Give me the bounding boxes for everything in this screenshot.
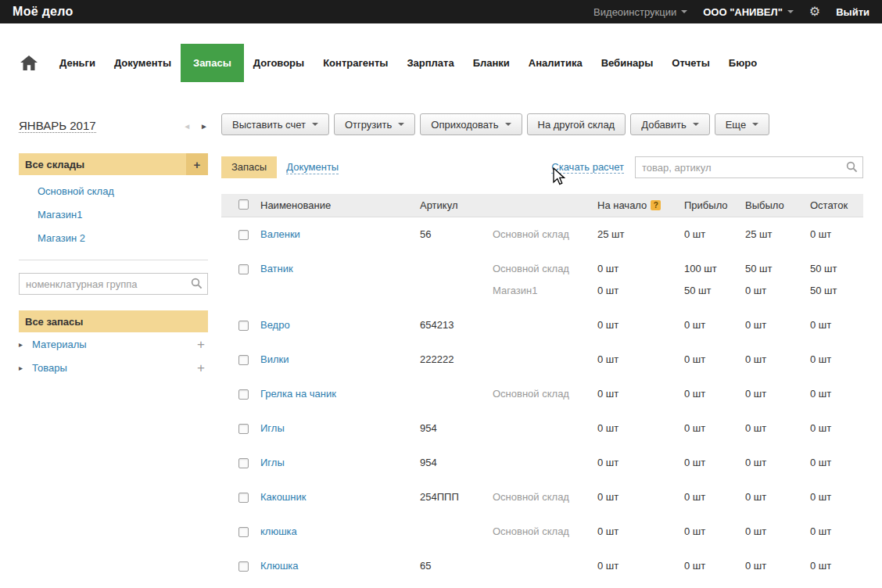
table-row: Ведро6542130 шт0 шт0 шт0 шт (221, 308, 863, 342)
group-add-icon[interactable]: + (197, 338, 208, 351)
nav-item-0[interactable]: Деньги (50, 44, 105, 82)
group-search (19, 273, 208, 295)
all-stocks-header[interactable]: Все запасы (19, 310, 208, 332)
toolbar-button-0[interactable]: Выставить счет (221, 113, 329, 135)
article-value: 222222 (420, 353, 454, 365)
warehouse-name: Магазин1 (493, 280, 597, 302)
download-calculation-link[interactable]: Скачать расчет (551, 161, 624, 174)
product-link[interactable]: Вилки (260, 353, 289, 365)
row-checkbox[interactable] (238, 527, 249, 537)
warehouse-item[interactable]: Магазин1 (38, 203, 221, 227)
company-menu[interactable]: ООО "АНИВЕЛ" (703, 6, 794, 18)
row-checkbox[interactable] (238, 355, 249, 365)
group-search-input[interactable] (19, 273, 208, 295)
out-value: 0 шт (745, 349, 810, 371)
group-row: ▸Товары+ (19, 356, 208, 379)
gear-icon[interactable]: ⚙ (809, 5, 820, 18)
out-value: 0 шт (745, 383, 810, 405)
product-link[interactable]: клюшка (260, 525, 297, 537)
row-checkbox[interactable] (238, 389, 249, 400)
nav-item-6[interactable]: Бланки (464, 44, 519, 82)
nav-item-3[interactable]: Договоры (244, 44, 314, 82)
article-value: 954 (420, 457, 437, 468)
product-link[interactable]: Иглы (260, 422, 285, 434)
row-checkbox[interactable] (238, 458, 249, 468)
row-checkbox[interactable] (238, 230, 249, 240)
nav-item-10[interactable]: Бюро (719, 44, 766, 82)
period-selector[interactable]: ЯНВАРЬ 2017 (19, 119, 96, 133)
nav-item-5[interactable]: Зарплата (397, 44, 463, 82)
product-search-input[interactable] (635, 156, 863, 178)
row-checkbox[interactable] (238, 321, 249, 331)
product-link[interactable]: Валенки (260, 228, 300, 240)
col-header-start[interactable]: На начало ? (597, 199, 684, 211)
start-value: 0 шт (597, 418, 684, 439)
nav-item-9[interactable]: Отчеты (662, 44, 719, 82)
help-badge[interactable]: ? (651, 200, 661, 210)
select-all-checkbox[interactable] (238, 199, 249, 210)
expand-triangle-icon[interactable]: ▸ (19, 364, 32, 372)
col-header-in[interactable]: Прибыло (684, 199, 745, 211)
nav-item-4[interactable]: Контрагенты (314, 44, 397, 82)
nav-item-7[interactable]: Аналитика (519, 44, 592, 82)
row-checkbox[interactable] (238, 264, 249, 274)
app-logo[interactable]: Моё дело (13, 5, 74, 19)
group-link[interactable]: Товары (32, 362, 197, 374)
row-checkbox[interactable] (238, 424, 249, 434)
toolbar-button-3[interactable]: На другой склад (527, 113, 626, 135)
rest-value: 0 шт (810, 555, 863, 577)
nav-item-2[interactable]: Запасы (181, 44, 244, 82)
chevron-down-icon (681, 10, 687, 13)
toolbar-button-1[interactable]: Отгрузить (334, 113, 415, 135)
warehouse-name (493, 349, 597, 371)
add-warehouse-button[interactable]: + (186, 153, 208, 175)
product-link[interactable]: Клюшка (260, 560, 299, 572)
all-warehouses-header[interactable]: Все склады + (19, 153, 208, 175)
product-link[interactable]: Грелка на чаник (260, 388, 336, 400)
product-link[interactable]: Ватник (260, 263, 293, 274)
toolbar-button-label: На другой склад (538, 119, 615, 131)
logout-link[interactable]: Выйти (836, 6, 869, 18)
col-header-out[interactable]: Выбыло (745, 199, 810, 211)
group-row: ▸Материалы+ (19, 332, 208, 356)
product-link[interactable]: Какошник (260, 491, 306, 503)
col-header-article[interactable]: Артикул (420, 199, 493, 211)
main-nav-items: ДеньгиДокументыЗапасыДоговорыКонтрагенты… (50, 44, 766, 82)
row-checkbox[interactable] (238, 561, 249, 572)
table-body: Валенки56Основной склад25 шт0 шт25 шт0 ш… (221, 217, 863, 583)
row-checkbox[interactable] (238, 493, 249, 503)
toolbar-button-4[interactable]: Добавить (630, 113, 709, 135)
nav-item-8[interactable]: Вебинары (592, 44, 663, 82)
all-stocks-label: Все запасы (25, 316, 83, 328)
group-link[interactable]: Материалы (32, 339, 197, 350)
tab-stocks[interactable]: Запасы (221, 156, 277, 178)
product-link[interactable]: Ведро (260, 319, 290, 331)
rest-value: 0 шт (810, 486, 863, 508)
group-add-icon[interactable]: + (197, 361, 208, 375)
prev-period-arrow[interactable]: ◄ (183, 122, 191, 131)
start-value: 0 шт (597, 555, 684, 577)
sidebar-divider (19, 260, 208, 260)
home-icon[interactable] (20, 56, 38, 70)
out-value: 0 шт (745, 452, 810, 474)
warehouse-item[interactable]: Основной склад (38, 180, 221, 203)
expand-triangle-icon[interactable]: ▸ (19, 340, 32, 349)
warehouse-item[interactable]: Магазин 2 (38, 227, 221, 250)
product-search (635, 156, 863, 178)
in-value: 0 шт (684, 349, 745, 371)
video-instructions-menu[interactable]: Видеоинструкции (593, 6, 687, 18)
next-period-arrow[interactable]: ► (200, 122, 208, 131)
toolbar-button-2[interactable]: Оприходовать (420, 113, 522, 135)
toolbar-button-5[interactable]: Еще (715, 113, 769, 135)
search-icon[interactable] (846, 161, 858, 173)
search-icon[interactable] (191, 278, 203, 289)
col-header-name[interactable]: Наименование (260, 199, 420, 211)
table-row: Иглы9540 шт0 шт0 шт0 шт (221, 446, 863, 480)
product-link[interactable]: Иглы (260, 457, 285, 468)
nav-item-1[interactable]: Документы (105, 44, 181, 82)
warehouse-name (493, 314, 597, 336)
warehouse-name: Основной склад (493, 383, 597, 405)
col-header-rest[interactable]: Остаток (810, 199, 863, 211)
tab-documents[interactable]: Документы (286, 161, 339, 174)
start-value: 0 шт (597, 258, 684, 280)
